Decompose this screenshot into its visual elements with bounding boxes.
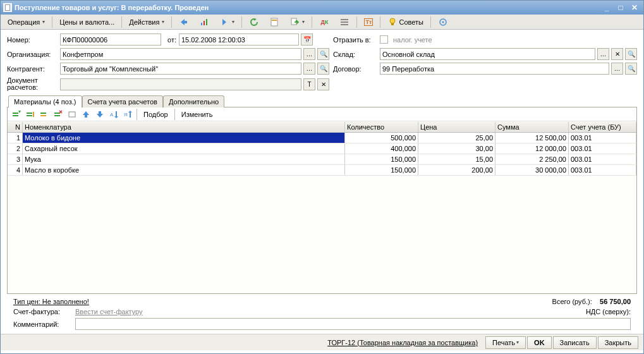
contract-select-button[interactable]: …: [611, 63, 623, 75]
contr-select-button[interactable]: …: [303, 63, 315, 75]
price-type-link[interactable]: Тип цен: Не заполнено!: [13, 298, 89, 305]
tax-checkbox-label: налог. учете: [393, 36, 432, 44]
contract-label: Договор:: [333, 65, 377, 73]
docpay-label: Документ расчетов:: [7, 77, 58, 91]
cell-qty: 500,000: [345, 133, 418, 143]
cell-price: 30,00: [418, 143, 495, 154]
materials-grid[interactable]: N Номенклатура Количество Цена Сумма Сче…: [8, 121, 636, 293]
stock-input[interactable]: Основной склад: [380, 48, 595, 60]
print-button[interactable]: Печать▾: [485, 336, 526, 349]
cell-sum: 2 250,00: [495, 154, 569, 164]
col-qty[interactable]: Количество: [345, 122, 418, 132]
calendar-button[interactable]: 📅: [301, 34, 313, 46]
number-input[interactable]: КФП00000006: [60, 34, 161, 46]
magnifier-icon: 🔍: [320, 51, 327, 58]
invoice-link[interactable]: Ввести счет-фактуру: [75, 308, 143, 315]
tb-dk[interactable]: ДК: [315, 16, 334, 28]
minimize-button[interactable]: _: [600, 3, 613, 13]
reflect-label: Отразить в:: [333, 36, 377, 44]
prices-button[interactable]: Цены и валюта...: [55, 16, 119, 28]
row-clear-button[interactable]: [66, 109, 78, 120]
date-input[interactable]: 15.02.2008 12:00:03: [179, 34, 299, 46]
tb-list[interactable]: [335, 16, 354, 28]
grid-header: N Номенклатура Количество Цена Сумма Сче…: [8, 121, 636, 133]
stock-select-button[interactable]: …: [597, 48, 609, 60]
svg-rect-19: [40, 115, 46, 116]
arrow-up-icon: [81, 109, 91, 119]
tab-accounts[interactable]: Счета учета расчетов: [82, 95, 163, 107]
docpay-t-button[interactable]: T: [303, 78, 315, 90]
col-acc[interactable]: Счет учета (БУ): [569, 122, 636, 132]
row-add-button[interactable]: [10, 109, 23, 120]
row-move-down-button[interactable]: [94, 109, 106, 120]
svg-rect-16: [27, 115, 32, 116]
prices-label: Цены и валюта...: [59, 18, 114, 26]
col-price[interactable]: Цена: [418, 122, 495, 132]
docpay-clear-button[interactable]: ✕: [317, 78, 329, 90]
tab-additional[interactable]: Дополнительно: [163, 95, 224, 107]
pick-button[interactable]: Подбор: [140, 109, 172, 120]
contract-open-button[interactable]: 🔍: [625, 63, 637, 75]
toolbar-separator: [52, 16, 52, 28]
stock-open-button[interactable]: 🔍: [625, 48, 637, 60]
cell-name: Молоко в бидоне: [23, 133, 345, 143]
contr-value: Торговый дом "Комплексный": [63, 65, 158, 73]
tb-sheet-dropdown[interactable]: ▾: [285, 16, 309, 28]
magnifier-icon: 🔍: [628, 51, 635, 58]
tb-nav-dropdown[interactable]: ▾: [215, 16, 239, 28]
row-move-up-button[interactable]: [80, 109, 92, 120]
row-edit-button[interactable]: [38, 109, 51, 120]
close-window-button[interactable]: ✕: [628, 3, 641, 13]
comment-input[interactable]: [75, 318, 631, 330]
change-label: Изменить: [181, 111, 213, 118]
number-label: Номер:: [7, 36, 58, 44]
stock-clear-button[interactable]: ✕: [611, 48, 623, 60]
cell-name: Мука: [23, 154, 345, 164]
org-input[interactable]: Конфетпром: [60, 48, 301, 60]
save-button[interactable]: Записать: [553, 336, 597, 349]
dk-icon: ДК: [319, 17, 329, 27]
table-row[interactable]: 2Сахарный песок400,00030,0012 000,00003.…: [8, 143, 636, 154]
tb-refresh[interactable]: [245, 16, 264, 28]
org-select-button[interactable]: …: [303, 48, 315, 60]
sort-desc-button[interactable]: Я: [121, 109, 134, 120]
cell-price: 200,00: [418, 165, 495, 175]
cell-num: 1: [8, 133, 23, 143]
docpay-input[interactable]: [60, 78, 301, 90]
row-copy-icon: [25, 109, 35, 119]
org-open-button[interactable]: 🔍: [317, 48, 329, 60]
col-sum[interactable]: Сумма: [495, 122, 569, 132]
contr-open-button[interactable]: 🔍: [317, 63, 329, 75]
sort-asc-button[interactable]: A: [107, 109, 120, 120]
contract-input[interactable]: 99 Переработка: [380, 63, 609, 75]
tb-tt[interactable]: Tт: [360, 16, 377, 28]
tb-sheet[interactable]: [265, 16, 284, 28]
col-name[interactable]: Номенклатура: [23, 122, 345, 132]
tax-checkbox[interactable]: [380, 35, 388, 44]
row-copy-button[interactable]: [24, 109, 37, 120]
tb-chart-icon[interactable]: [195, 16, 214, 28]
print-label: Печать: [492, 339, 515, 346]
window-title: Поступление товаров и услуг: В переработ…: [15, 4, 599, 11]
change-button[interactable]: Изменить: [178, 109, 217, 120]
table-row[interactable]: 3Мука150,00015,002 250,00003.01: [8, 154, 636, 165]
contr-input[interactable]: Торговый дом "Комплексный": [60, 63, 301, 75]
comment-row: Комментарий:: [7, 317, 637, 331]
row-delete-button[interactable]: [52, 109, 64, 120]
table-row[interactable]: 1Молоко в бидоне500,00025,0012 500,00003…: [8, 133, 636, 143]
maximize-button[interactable]: □: [614, 3, 627, 13]
advice-button[interactable]: Советы: [383, 16, 427, 28]
torg12-link[interactable]: ТОРГ-12 (Товарная накладная за поставщик…: [327, 339, 478, 346]
close-button[interactable]: Закрыть: [598, 336, 638, 349]
table-row[interactable]: 4Масло в коробке150,000200,0030 000,0000…: [8, 165, 636, 176]
operation-menu[interactable]: Операция▾: [3, 16, 49, 28]
tb-target[interactable]: [434, 16, 453, 28]
tb-nav-back[interactable]: [174, 16, 193, 28]
actions-menu[interactable]: Действия▾: [125, 16, 169, 28]
pick-label: Подбор: [143, 111, 168, 118]
cell-sum: 30 000,00: [495, 165, 569, 175]
ok-button[interactable]: OK: [527, 336, 552, 349]
col-num[interactable]: N: [8, 122, 23, 132]
tab-materials[interactable]: Материалы (4 поз.): [8, 95, 82, 107]
invoice-row: Счет-фактура: Ввести счет-фактуру НДС (с…: [7, 307, 637, 317]
